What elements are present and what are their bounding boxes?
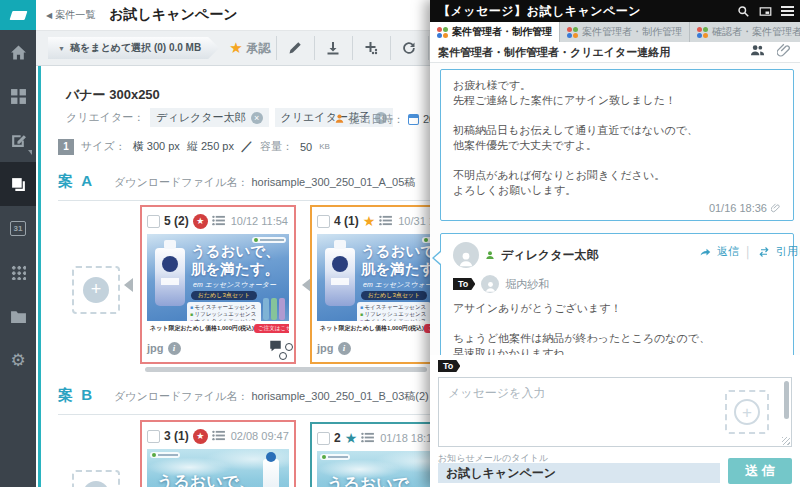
size-row: 1 サイズ： 横 300 px 縦 250 px ／ 容量： 50 KB — [58, 138, 330, 155]
spray-bottle — [263, 459, 279, 487]
quote-reply-icon — [758, 246, 770, 258]
group-icon — [697, 27, 708, 38]
members-icon[interactable] — [750, 43, 765, 62]
sidebar-item-home[interactable] — [0, 30, 36, 74]
history-list-icon[interactable] — [212, 427, 225, 445]
avatar — [453, 242, 479, 268]
download-button[interactable] — [320, 35, 347, 61]
add-proof-placeholder[interactable]: + — [72, 266, 120, 314]
ad-headline: うるおいで、肌を満たす。 — [191, 242, 280, 278]
popup-window-icon[interactable] — [759, 5, 772, 18]
file-format: jpg — [317, 342, 334, 354]
plus-icon: + — [83, 277, 109, 303]
divider — [276, 36, 277, 60]
to-badge[interactable]: To — [438, 360, 460, 372]
ad-logo — [320, 454, 350, 460]
reply-icon — [699, 246, 711, 258]
gear-icon: ⚙ — [10, 352, 25, 369]
capacity-label: 容量： — [260, 139, 293, 154]
horizontal-scrollbar[interactable] — [145, 367, 427, 372]
folder-icon — [10, 308, 27, 325]
bulk-select-button[interactable]: ▼ 稿をまとめて選択 (0) 0.0 MB — [48, 37, 219, 59]
select-checkbox[interactable] — [317, 432, 330, 445]
channel-name: 案件管理者・制作管理者・クリエイター連絡用 — [438, 45, 670, 60]
back-icon: ◀ — [46, 11, 52, 20]
history-list-icon[interactable] — [361, 429, 374, 447]
add-proof-placeholder[interactable]: + — [72, 470, 120, 487]
update-button[interactable] — [396, 35, 423, 61]
ad-offer: おためし3点セット — [361, 291, 427, 300]
divider — [352, 36, 353, 60]
select-checkbox[interactable] — [147, 215, 160, 228]
divider — [390, 36, 391, 60]
star-icon: ★ — [363, 214, 376, 229]
add-proof-button[interactable] — [358, 35, 385, 61]
sidebar-item-folder[interactable] — [0, 294, 36, 338]
version-count: 3 (1) — [164, 429, 189, 443]
search-icon[interactable] — [737, 5, 750, 18]
attach-placeholder[interactable]: + — [725, 390, 769, 434]
banner-section-title: バナー 300x250 — [66, 86, 160, 104]
message-text: お疲れ様です。 先程ご連絡した案件にアサイン致しました！ 初稿納品日もお伝えして… — [453, 78, 781, 198]
sidebar-item-calendar[interactable]: 31 — [0, 206, 36, 250]
creator-chip[interactable]: ディレクター太郎× — [150, 108, 268, 127]
file-label: ダウンロードファイル名： — [114, 176, 248, 188]
recipient-name: 堀内紗和 — [505, 277, 549, 292]
edit-button[interactable] — [282, 35, 309, 61]
sidebar-item-modules[interactable] — [0, 74, 36, 118]
group-icon — [437, 27, 448, 38]
approve-button[interactable]: ★ 承認 — [229, 39, 270, 57]
submit-label: 提出日時： — [349, 112, 404, 127]
mail-title-input[interactable] — [438, 463, 720, 483]
textarea-scrollbar[interactable] — [784, 381, 789, 419]
file-label: ダウンロードファイル名： — [114, 390, 248, 402]
size-label: サイズ： — [81, 139, 126, 154]
to-badge: To — [453, 278, 475, 290]
group-icon — [567, 27, 578, 38]
paperclip-icon[interactable] — [777, 43, 792, 62]
row-index-badge: 1 — [58, 139, 74, 155]
grid-icon — [11, 265, 26, 280]
proof-card-b1[interactable]: 3 (1) ★ 02/08 09:47 うるおいで、肌を満たす。 — [140, 420, 296, 487]
history-list-icon[interactable] — [212, 212, 225, 230]
app-logo[interactable] — [0, 0, 36, 30]
file-format: jpg — [147, 342, 164, 354]
info-icon[interactable]: i — [338, 342, 351, 355]
count-badge — [279, 352, 287, 360]
sidebar-item-compose[interactable] — [0, 118, 36, 162]
sidebar-item-proofs[interactable] — [0, 162, 36, 206]
ad-price-strip: ネット限定おためし価格1,000円(税込)ご注文はこちら — [147, 321, 289, 336]
breadcrumb[interactable]: ◀案件一覧 — [46, 8, 95, 22]
tab-room-2[interactable]: 案件管理者・制作管理 — [560, 22, 690, 42]
proof-card-a1[interactable]: 5 (2) ★ 10/12 11:54 うるおいで、肌を満たす。 em エッセン… — [140, 205, 296, 364]
compose-icon — [10, 132, 27, 149]
comments-icon[interactable] — [268, 339, 283, 357]
version-count: 4 (1) — [334, 214, 359, 228]
banner-preview[interactable]: うるおいで、肌を満たす。 em エッセンスウォーター おためし3点セット モイス… — [147, 234, 289, 336]
prev-arrow[interactable] — [124, 278, 133, 292]
card-header: 3 (1) ★ 02/08 09:47 — [147, 427, 289, 445]
send-button[interactable]: 送 信 — [728, 458, 792, 484]
home-icon — [10, 44, 27, 61]
resize-handle-icon[interactable] — [782, 437, 790, 445]
sidebar: 31 ⚙ — [0, 0, 36, 487]
quote-reply-link[interactable]: 引用して返信 — [776, 244, 800, 259]
calendar-icon — [408, 114, 419, 125]
sidebar-item-apps[interactable] — [0, 250, 36, 294]
banner-preview[interactable]: うるおいで、肌を満たす。 — [147, 449, 289, 487]
update-icon — [401, 40, 417, 56]
menu-icon[interactable] — [781, 6, 794, 16]
height-value: 縦 250 px — [187, 139, 234, 154]
select-checkbox[interactable] — [147, 430, 160, 443]
select-checkbox[interactable] — [317, 215, 330, 228]
history-list-icon[interactable] — [379, 212, 392, 230]
remove-icon[interactable]: × — [251, 112, 263, 124]
paperclip-icon[interactable] — [771, 203, 781, 213]
reply-link[interactable]: 返信 — [717, 244, 739, 259]
sidebar-item-settings[interactable]: ⚙ — [0, 338, 36, 382]
tab-room-3[interactable]: 確認者・案件管理者連 — [690, 22, 800, 42]
tab-room-1[interactable]: 案件管理者・制作管理 — [430, 22, 560, 42]
composer: To + お知らせメールのタイトル 送 信 — [430, 355, 800, 487]
info-icon[interactable]: i — [168, 342, 181, 355]
message-input-wrap: + — [438, 377, 792, 447]
